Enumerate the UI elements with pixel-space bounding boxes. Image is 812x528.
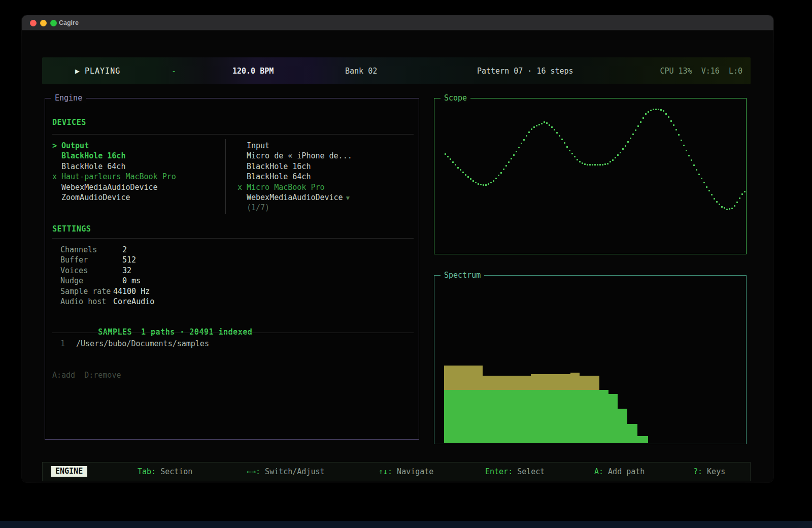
scope-sample-dot <box>620 152 621 153</box>
device-item[interactable]: xMicro MacBook Pro <box>238 183 325 193</box>
sample-path-row[interactable]: 1/Users/bubo/Documents/samples <box>60 339 209 348</box>
scope-sample-dot <box>696 169 697 171</box>
spectrum-level-bar <box>637 436 648 443</box>
scope-sample-dot <box>587 164 588 166</box>
bank-indicator[interactable]: Bank 02 <box>345 67 377 76</box>
scope-sample-dot <box>625 145 626 147</box>
scope-sample-dot <box>665 113 667 115</box>
device-item[interactable]: BlackHole 16ch <box>52 151 125 161</box>
setting-row[interactable]: Sample rate44100 Hz <box>60 287 223 296</box>
scope-sample-dot <box>533 126 535 128</box>
column-label: Input <box>247 141 269 150</box>
scope-sample-dot <box>472 180 474 182</box>
scope-sample-dot <box>708 190 710 191</box>
spectrum-display <box>434 276 746 444</box>
close-button[interactable] <box>30 20 37 26</box>
scope-sample-dot <box>457 167 459 169</box>
samples-keys-hint: A:add D:remove <box>52 371 121 380</box>
column-divider <box>225 139 226 214</box>
setting-value[interactable]: CoreAudio <box>113 297 154 306</box>
hint-key: Tab: <box>138 467 156 476</box>
scope-sample-dot <box>698 174 700 175</box>
spectrum-peak-bar <box>483 376 531 390</box>
setting-row[interactable]: Buffer512 <box>60 255 223 265</box>
setting-value[interactable]: 32 <box>122 266 131 275</box>
scope-sample-dot <box>627 141 629 143</box>
pattern-indicator[interactable]: Pattern 07 · 16 steps <box>477 67 573 76</box>
scope-sample-dot <box>734 205 735 207</box>
setting-label: Channels <box>60 245 97 254</box>
setting-row[interactable]: Channels2 <box>60 245 223 254</box>
samples-heading: SAMPLES <box>98 327 132 337</box>
status-bar: ▶ PLAYING - 120.0 BPM Bank 02 Pattern 07… <box>42 57 751 84</box>
device-item[interactable]: WebexMediaAudioDevice▼ <box>238 193 350 203</box>
scope-sample-dot <box>566 146 568 148</box>
setting-value[interactable]: 44100 Hz <box>113 287 150 296</box>
key-hint-select: Enter: Select <box>485 467 545 476</box>
setting-label: Voices <box>60 266 88 275</box>
setting-label: Audio host <box>60 297 106 306</box>
scope-sample-dot <box>673 124 674 126</box>
setting-value[interactable]: 512 <box>122 255 136 265</box>
scope-sample-dot <box>582 162 583 164</box>
scope-sample-dot <box>511 158 512 159</box>
scope-sample-dot <box>483 184 484 186</box>
scope-sample-dot <box>724 207 725 209</box>
scope-sample-dot <box>645 113 647 115</box>
scope-sample-dot <box>579 161 581 162</box>
scope-sample-dot <box>528 131 530 133</box>
device-item[interactable]: BlackHole 64ch <box>52 162 125 172</box>
output-column-header[interactable]: >Output <box>52 141 89 151</box>
zoom-button[interactable] <box>50 20 57 26</box>
active-device-marker-icon: x <box>52 172 61 181</box>
device-item[interactable]: ZoomAudioDevice <box>52 193 130 203</box>
key-hint-add-path: A: Add path <box>594 467 645 476</box>
device-item[interactable]: WebexMediaAudioDevice <box>52 183 158 193</box>
scope-sample-dot <box>650 110 652 111</box>
device-prefix <box>52 193 61 202</box>
bpm-value[interactable]: 120.0 BPM <box>232 67 274 76</box>
device-item[interactable]: Micro de « iPhone de... <box>238 151 352 161</box>
scope-sample-dot <box>554 129 555 130</box>
path-index: 1 <box>60 339 65 348</box>
setting-label: Nudge <box>60 276 83 285</box>
device-label: ZoomAudioDevice <box>61 193 130 202</box>
scope-sample-dot <box>462 172 464 173</box>
scope-sample-dot <box>716 201 718 203</box>
scope-sample-dot <box>711 194 713 195</box>
mode-badge[interactable]: ENGINE <box>51 466 87 477</box>
hint-key: ↑↓: <box>379 467 392 476</box>
scope-sample-dot <box>544 121 545 123</box>
scope-sample-dot <box>564 142 565 144</box>
setting-row[interactable]: Audio hostCoreAudio <box>60 297 223 306</box>
scope-sample-dot <box>693 164 695 166</box>
device-item[interactable]: BlackHole 64ch <box>238 172 311 182</box>
scope-sample-dot <box>688 155 690 156</box>
setting-value[interactable]: 2 <box>122 245 127 254</box>
scope-sample-dot <box>538 124 540 125</box>
scope-sample-dot <box>640 121 641 123</box>
setting-row[interactable]: Nudge0 ms <box>60 276 223 285</box>
scope-sample-dot <box>622 148 624 150</box>
minimize-button[interactable] <box>40 20 47 26</box>
scope-sample-dot <box>675 129 677 130</box>
spectrum-level-bar <box>618 409 627 443</box>
play-icon: ▶ <box>75 67 80 76</box>
scope-sample-dot <box>630 138 631 139</box>
setting-value[interactable]: 0 ms <box>122 276 141 285</box>
device-prefix <box>238 151 247 160</box>
scope-sample-dot <box>668 116 669 118</box>
key-hint-bar: ENGINE Tab: Section←→: Switch/Adjust↑↓: … <box>42 462 751 481</box>
scope-sample-dot <box>594 164 596 166</box>
device-prefix <box>52 162 61 171</box>
scope-sample-dot <box>467 176 469 178</box>
scope-sample-dot <box>493 180 494 182</box>
input-column-header[interactable]: Input <box>238 141 269 151</box>
device-label: BlackHole 16ch <box>247 162 311 171</box>
device-item[interactable]: BlackHole 16ch <box>238 162 311 172</box>
device-label: BlackHole 64ch <box>61 162 125 171</box>
setting-row[interactable]: Voices32 <box>60 266 223 275</box>
scope-sample-dot <box>455 164 456 166</box>
device-item[interactable]: xHaut-parleurs MacBook Pro <box>52 172 176 182</box>
column-label: Output <box>61 141 89 150</box>
